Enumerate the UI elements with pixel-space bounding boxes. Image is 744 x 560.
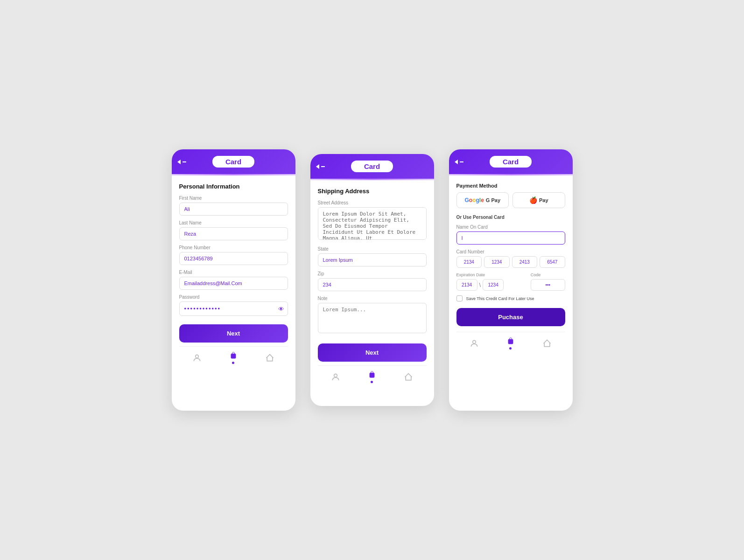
screen1-nav-home[interactable]: [265, 353, 274, 363]
expiry-code-row: 2134 \ 1234 •••: [456, 279, 565, 291]
expiration-label: Expiration Date: [456, 273, 525, 277]
screen1-content: Personal Information First Name Last Nam…: [172, 175, 295, 378]
screen1: Card Personal Information First Name Las…: [172, 149, 295, 411]
screen3-content: Payment Method Google G Pay 🍎 Pay Or Use…: [449, 175, 573, 364]
google-pay-label: G Pay: [486, 197, 500, 203]
phone-input[interactable]: [179, 252, 288, 265]
svg-rect-1: [231, 354, 236, 358]
slash-divider: \: [478, 281, 482, 288]
svg-point-0: [196, 355, 199, 358]
or-text: Or Use Personal Card: [456, 215, 565, 220]
eye-icon[interactable]: 👁: [278, 305, 284, 312]
password-wrapper: 👁: [179, 301, 288, 316]
screen1-back-button[interactable]: [177, 160, 186, 164]
screen3-title: Card: [490, 156, 532, 168]
g-blue2: g: [476, 197, 479, 203]
last-name-input[interactable]: [179, 227, 288, 240]
card-seg-1[interactable]: 2134: [456, 256, 482, 268]
screen2-back-button[interactable]: [316, 164, 325, 169]
svg-rect-5: [508, 339, 513, 344]
card-seg-3[interactable]: 2413: [512, 256, 538, 268]
g-red2: e: [481, 197, 484, 203]
email-label: E-Mail: [179, 270, 288, 275]
screen2-nav-home[interactable]: [404, 372, 413, 382]
screen1-bottom-nav: [179, 346, 288, 371]
google-pay-button[interactable]: Google G Pay: [456, 192, 509, 208]
card-number-grid: 2134 1234 2413 6547: [456, 256, 565, 268]
note-label: Note: [318, 296, 427, 301]
nav-dot: [371, 381, 373, 383]
password-label: Password: [179, 294, 288, 300]
screen2-nav-user[interactable]: [331, 372, 340, 382]
screen2-title: Card: [351, 161, 393, 172]
screen2-header: Card: [310, 154, 434, 179]
expiry-inputs: 2134 \ 1234: [456, 279, 525, 291]
zip-label: Zip: [318, 271, 427, 276]
g-blue: G: [464, 197, 469, 203]
code-group: •••: [531, 279, 565, 291]
apple-pay-label: Pay: [539, 197, 548, 203]
nav-dot: [232, 362, 234, 364]
card-seg-2[interactable]: 1234: [484, 256, 510, 268]
screen3-back-button[interactable]: [455, 160, 463, 164]
back-arrow-icon: [177, 160, 181, 164]
name-on-card-label: Name On Card: [456, 224, 565, 230]
screen3-nav-home[interactable]: [542, 339, 552, 348]
screen1-title: Card: [212, 156, 254, 168]
screen2: Card Shipping Address Street Address Lor…: [310, 154, 434, 406]
expiry-month[interactable]: 2134: [456, 279, 477, 291]
payment-method-title: Payment Method: [456, 183, 565, 189]
save-card-label: Save This Credit Card For Later Use: [466, 296, 534, 301]
save-card-checkbox[interactable]: [456, 295, 463, 301]
screens-container: Card Personal Information First Name Las…: [153, 131, 591, 429]
street-label: Street Address: [318, 200, 427, 205]
state-input[interactable]: [318, 253, 427, 266]
purchase-button[interactable]: Puchase: [456, 308, 565, 326]
screen2-next-button[interactable]: Next: [318, 343, 427, 362]
screen3-nav-user[interactable]: [470, 339, 479, 348]
first-name-input[interactable]: [179, 203, 288, 216]
code-label: Code: [531, 273, 565, 277]
phone-label: Phone Number: [179, 245, 288, 250]
expiry-year[interactable]: 1234: [483, 279, 504, 291]
apple-icon: 🍎: [529, 196, 537, 204]
screen2-section-title: Shipping Address: [318, 188, 427, 195]
screen3-nav-cart[interactable]: [506, 337, 515, 350]
screen3: Card Payment Method Google G Pay 🍎 Pay O…: [449, 149, 573, 411]
back-line-icon: [321, 166, 325, 167]
screen1-header: Card: [172, 149, 295, 174]
screen1-nav-user[interactable]: [192, 353, 202, 363]
back-arrow-icon: [455, 160, 458, 164]
cvv-input[interactable]: •••: [531, 279, 565, 291]
screen3-bottom-nav: [456, 332, 565, 356]
zip-input[interactable]: [318, 278, 427, 291]
svg-point-2: [334, 374, 337, 377]
card-seg-4[interactable]: 6547: [540, 256, 565, 268]
email-input[interactable]: [179, 277, 288, 290]
apple-pay-button[interactable]: 🍎 Pay: [512, 192, 565, 208]
last-name-label: Last Name: [179, 220, 288, 225]
password-input[interactable]: [179, 301, 288, 316]
back-arrow-icon: [316, 164, 319, 169]
street-input[interactable]: Lorem Ipsum Dolor Sit Amet, Consectetur …: [318, 207, 427, 240]
back-line-icon: [460, 161, 463, 162]
expiry-label-row: Expiration Date Code: [456, 273, 565, 277]
screen1-section-title: Personal Information: [179, 183, 288, 190]
screen2-bottom-nav: [318, 365, 427, 390]
payment-methods: Google G Pay 🍎 Pay: [456, 192, 565, 208]
state-label: State: [318, 246, 427, 252]
first-name-label: First Name: [179, 196, 288, 201]
card-number-label: Card Number: [456, 249, 565, 254]
name-on-card-input[interactable]: [456, 231, 565, 245]
screen1-next-button[interactable]: Next: [179, 324, 288, 343]
screen2-content: Shipping Address Street Address Lorem Ip…: [310, 180, 434, 397]
screen1-nav-cart[interactable]: [229, 351, 238, 364]
svg-point-4: [473, 340, 476, 343]
nav-dot: [509, 347, 512, 350]
save-card-row: Save This Credit Card For Later Use: [456, 295, 565, 301]
back-line-icon: [182, 161, 186, 162]
note-input[interactable]: [318, 303, 427, 333]
screen2-nav-cart[interactable]: [367, 371, 377, 383]
expiry-group: 2134 \ 1234: [456, 279, 525, 291]
svg-rect-3: [370, 373, 374, 378]
